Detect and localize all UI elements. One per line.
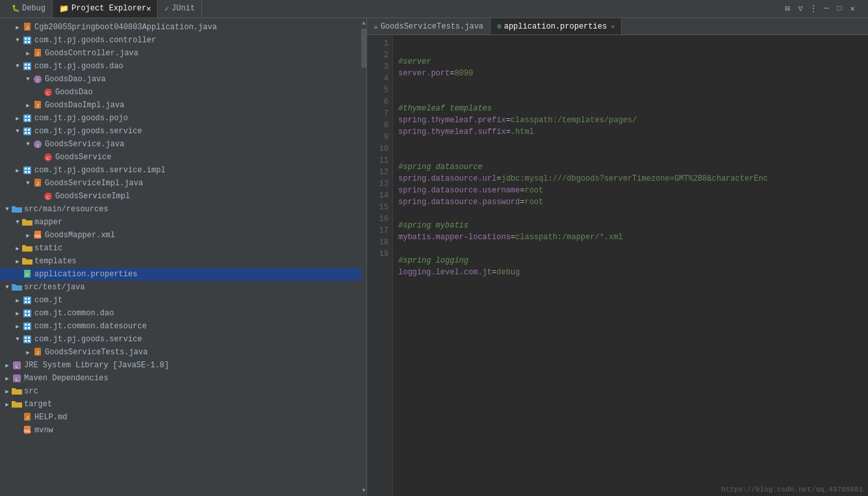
code-line-13: spring.datasource.password=root [398,196,863,208]
left-panel-scrollbar[interactable]: ▲ ▼ [361,18,366,496]
svg-rect-59 [28,324,30,326]
tree-item-22[interactable]: ▶com.jt [0,294,361,307]
tree-item-17[interactable]: ▶XMLGoodsMapper.xml [0,229,361,242]
tree-item-24[interactable]: ▶com.jt.common.datesource [0,320,361,333]
svg-rect-62 [23,335,31,343]
tree-icon-24 [22,321,32,332]
tree-item-26[interactable]: ▶JGoodsServiceTests.java [0,346,361,359]
tree-item-16[interactable]: ▼mapper [0,216,361,229]
tree-item-27[interactable]: ▶LJRE System Library [JavaSE-1.8] [0,359,361,372]
tree-item-13[interactable]: ▼JGoodsServiceImpl.java [0,177,361,190]
tree-label-6: GoodsDao [55,88,93,97]
toolbar-icon-1[interactable]: ⊟ [782,3,793,14]
code-line-15: #spring mybatis [398,220,863,231]
code-content[interactable]: #serverserver.port=8090 #thymeleaf templ… [393,35,868,496]
tree-item-21[interactable]: ▼src/test/java [0,281,361,294]
svg-rect-36 [28,168,30,170]
tree-item-11[interactable]: CGoodsService [0,151,361,164]
tree-arrow-1: ▶ [13,23,22,32]
code-line-11: spring.datasource.url=jdbc:mysql:///dbgo… [398,173,863,185]
tree-label-19: templates [34,257,77,266]
scroll-down-arrow[interactable]: ▼ [361,486,366,496]
tree-item-28[interactable]: ▶LMaven Dependencies [0,372,361,385]
tab-debug[interactable]: 🐛 Debug [5,0,53,18]
tree-label-20: application.properties [34,270,137,279]
close-project-explorer-icon[interactable]: ✕ [146,4,151,14]
tree-arrow-18: ▶ [13,244,22,253]
tree-item-20[interactable]: Papplication.properties [0,268,361,281]
close-window-icon[interactable]: ✕ [847,3,858,14]
tab-application-properties[interactable]: ⚙ application.properties ✕ [491,18,622,34]
tree-item-9[interactable]: ▼com.jt.pj.goods.service [0,125,361,138]
svg-text:I: I [37,77,38,83]
svg-rect-13 [28,67,30,69]
tree-item-30[interactable]: ▶target [0,398,361,411]
tree-icon-13: J [32,178,43,189]
tab-junit-label: JUnit [172,4,195,13]
code-line-12: spring.datasource.username=root [398,185,863,196]
tree-label-32: mvnw [34,426,53,435]
scroll-up-arrow[interactable]: ▲ [361,18,366,29]
tab-goodsservicetests[interactable]: ☕ GoodsServiceTests.java [367,18,491,34]
tree-item-15[interactable]: ▼src/main/resources [0,203,361,216]
tree-item-10[interactable]: ▼IGoodsService.java [0,138,361,151]
tree-item-8[interactable]: ▶com.jt.pj.goods.pojo [0,112,361,125]
tree-item-7[interactable]: ▶JGoodsDaoImpl.java [0,99,361,112]
tree-arrow-6 [34,88,43,97]
toolbar-icon-3[interactable]: ⋮ [808,3,819,14]
tree-label-9: com.jt.pj.goods.service [34,127,142,136]
tree-item-31[interactable]: JHELP.md [0,411,361,424]
tree-item-1[interactable]: ▶JCgb2005Springboot040803Application.jav… [0,21,361,34]
tree-arrow-17: ▶ [23,231,32,240]
tree-item-5[interactable]: ▼IGoodsDao.java [0,73,361,86]
code-line-9 [398,150,863,161]
tree-item-3[interactable]: ▶JGoodsController.java [0,47,361,60]
svg-rect-21 [25,116,27,118]
tree-arrow-26: ▶ [23,348,32,357]
tree-arrow-28: ▶ [3,374,12,383]
tree-icon-27: L [12,360,22,371]
svg-text:J: J [26,25,29,31]
tree-item-2[interactable]: ▼com.jt.pj.goods.controller [0,34,361,47]
svg-rect-54 [28,311,30,313]
main-layout: ▶JCgb2005Springboot040803Application.jav… [0,18,868,496]
project-tree[interactable]: ▶JCgb2005Springboot040803Application.jav… [0,18,361,496]
line-number-3: 3 [367,61,392,73]
svg-rect-37 [25,171,27,173]
tree-label-4: com.jt.pj.goods.dao [34,62,123,71]
tab-junit[interactable]: ✓ JUnit [158,0,202,18]
tree-label-25: com.jt.pj.goods.service [34,335,142,344]
tree-label-10: GoodsService.java [45,140,124,149]
line-number-19: 19 [367,248,392,260]
tree-item-29[interactable]: ▶src [0,385,361,398]
tree-item-4[interactable]: ▼com.jt.pj.goods.dao [0,60,361,73]
svg-rect-56 [28,314,30,316]
line-numbers: 12345678910111213141516171819 [367,35,393,496]
line-number-6: 6 [367,96,392,108]
tree-item-25[interactable]: ▼com.jt.pj.goods.service [0,333,361,346]
line-number-4: 4 [367,73,392,85]
tree-item-23[interactable]: ▶com.jt.common.dao [0,307,361,320]
tree-item-14[interactable]: CGoodsServiceImpl [0,190,361,203]
toolbar-icon-2[interactable]: ▽ [795,3,806,14]
code-line-16: mybatis.mapper-locations=classpath:/mapp… [398,231,863,243]
svg-rect-27 [28,129,30,131]
tree-icon-5: I [32,74,43,85]
tab-project-explorer[interactable]: 📁 Project Explorer ✕ [53,0,158,18]
tree-item-19[interactable]: ▶templates [0,255,361,268]
tree-item-12[interactable]: ▶com.jt.pj.goods.service.impl [0,164,361,177]
tree-icon-4 [22,61,32,72]
svg-rect-53 [25,311,27,313]
scroll-thumb[interactable] [361,29,366,68]
minimize-icon[interactable]: ─ [821,3,832,14]
code-line-1: #server [398,56,863,68]
tree-arrow-20 [13,270,22,279]
tree-item-32[interactable]: XMLmvnw [0,424,361,437]
maximize-icon[interactable]: □ [834,3,845,14]
tree-arrow-3: ▶ [23,49,32,58]
svg-rect-10 [25,64,27,66]
close-application-properties-icon[interactable]: ✕ [611,23,615,31]
tree-item-6[interactable]: CGoodsDao [0,86,361,99]
tree-label-2: com.jt.pj.goods.controller [34,36,156,45]
tree-item-18[interactable]: ▶static [0,242,361,255]
